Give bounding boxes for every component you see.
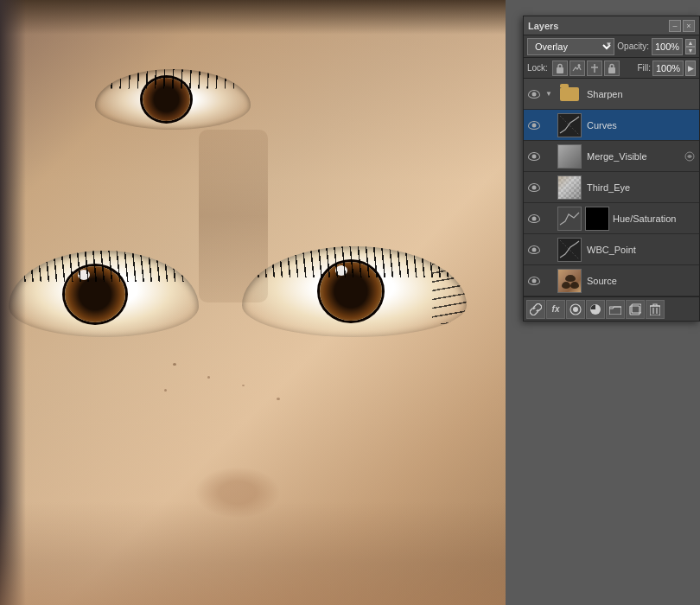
svg-point-12 — [573, 307, 578, 312]
canvas-area: Layers – × Overlay Normal Multiply Scree… — [0, 0, 700, 605]
layer-name-sharpen: Sharpen — [584, 89, 697, 99]
layer-row-wbc[interactable]: WBC_Point — [524, 234, 699, 265]
layer-name-merge: Merge_Visible — [584, 151, 684, 162]
visibility-toggle-third-eye[interactable] — [525, 172, 543, 202]
svg-rect-0 — [557, 67, 563, 73]
lock-position-button[interactable] — [587, 60, 602, 76]
layer-thumb-curves — [557, 113, 582, 137]
visibility-toggle-merge[interactable] — [525, 141, 543, 171]
layer-row-sharpen[interactable]: ▼ Sharpen — [524, 79, 699, 110]
opacity-label: Opacity: — [617, 41, 649, 51]
layer-row-source[interactable]: Source — [524, 265, 699, 296]
panel-titlebar: Layers – × — [524, 16, 699, 35]
eye-icon-merge — [528, 152, 540, 161]
fill-arrow[interactable]: ▶ — [685, 60, 696, 76]
lock-pixels-button[interactable] — [552, 60, 568, 76]
opacity-up-arrow[interactable]: ▲ — [685, 39, 696, 47]
nose-area — [199, 130, 268, 302]
layer-row-merge-visible[interactable]: Merge_Visible — [524, 141, 699, 172]
lock-row: Lock: Fill: 100% ▶ — [524, 58, 699, 79]
svg-rect-8 — [558, 207, 581, 230]
delete-layer-button[interactable] — [646, 300, 665, 319]
fill-value[interactable]: 100% — [652, 60, 684, 76]
blend-mode-wrapper[interactable]: Overlay Normal Multiply Screen — [527, 38, 614, 55]
lock-image-button[interactable] — [570, 60, 585, 76]
photo-background — [0, 0, 506, 605]
blend-opacity-row: Overlay Normal Multiply Screen Opacity: … — [524, 35, 699, 58]
layers-list: ▼ Sharpen Curves — [524, 79, 699, 296]
layer-link-icon-merge — [684, 150, 696, 162]
svg-rect-4 — [608, 67, 615, 73]
right-eye — [242, 246, 467, 337]
layer-name-curves: Curves — [584, 120, 697, 131]
add-fx-button[interactable]: fx — [546, 300, 565, 319]
create-group-button[interactable] — [606, 300, 625, 319]
panel-close-button[interactable]: × — [683, 20, 695, 32]
layer-name-third-eye: Third_Eye — [584, 182, 697, 193]
add-mask-button[interactable] — [566, 300, 585, 319]
layer-thumb-source — [557, 269, 582, 293]
layers-panel: Layers – × Overlay Normal Multiply Scree… — [523, 16, 700, 322]
layer-thumb-merge — [557, 144, 582, 169]
layer-mask-hue — [585, 207, 609, 231]
create-layer-button[interactable] — [626, 300, 645, 319]
layer-row-third-eye[interactable]: Third_Eye — [524, 172, 699, 203]
layer-name-wbc: WBC_Point — [584, 245, 697, 255]
layers-bottom-toolbar: fx — [524, 296, 699, 321]
visibility-toggle-hue[interactable] — [525, 203, 543, 233]
visibility-toggle-source[interactable] — [525, 265, 543, 296]
layer-thumb-wbc — [557, 238, 582, 262]
eye-icon-curves — [528, 121, 540, 130]
left-eye — [9, 251, 199, 337]
eye-icon-third-eye — [528, 183, 540, 192]
lock-all-button[interactable] — [604, 60, 620, 76]
opacity-down-arrow[interactable]: ▼ — [685, 47, 696, 54]
svg-rect-14 — [609, 307, 621, 315]
fill-label: Fill: — [637, 63, 651, 73]
hair-area — [0, 0, 506, 35]
visibility-toggle-curves[interactable] — [525, 110, 543, 140]
panel-title: Layers — [528, 21, 667, 31]
folder-icon-sharpen — [557, 85, 582, 104]
opacity-arrows[interactable]: ▲ ▼ — [685, 39, 696, 54]
eye-icon-source — [528, 277, 540, 285]
svg-point-1 — [578, 64, 581, 67]
svg-rect-17 — [650, 306, 660, 315]
layer-name-source: Source — [584, 276, 697, 286]
layer-thumb-hue — [557, 207, 582, 231]
panel-minimize-button[interactable]: – — [669, 20, 681, 32]
third-eye-area — [95, 69, 251, 130]
eye-icon-wbc — [528, 245, 540, 254]
link-layers-button[interactable] — [526, 300, 545, 319]
layer-row-hue-saturation[interactable]: Hue/Saturation — [524, 203, 699, 234]
lock-label: Lock: — [527, 63, 548, 73]
add-adjustment-button[interactable] — [586, 300, 605, 319]
layer-row-curves[interactable]: Curves — [524, 110, 699, 141]
visibility-toggle-wbc[interactable] — [525, 234, 543, 264]
blend-mode-select[interactable]: Overlay Normal Multiply Screen — [527, 38, 614, 55]
eye-icon-hue — [528, 214, 540, 223]
eye-icon-sharpen — [528, 90, 540, 99]
visibility-toggle-sharpen[interactable] — [525, 79, 543, 109]
collapse-arrow-sharpen[interactable]: ▼ — [543, 79, 555, 109]
layer-thumb-third-eye — [557, 175, 582, 200]
layer-name-hue: Hue/Saturation — [610, 213, 697, 224]
opacity-value[interactable]: 100% — [652, 38, 683, 55]
